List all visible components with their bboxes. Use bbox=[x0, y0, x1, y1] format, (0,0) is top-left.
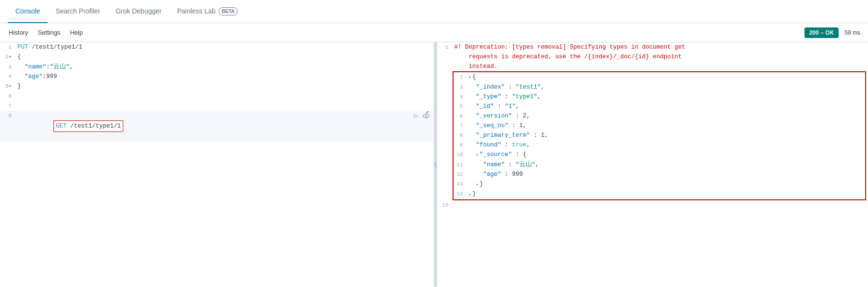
top-navigation: Console Search Profiler Grok Debugger Pa… bbox=[0, 0, 868, 23]
resp-line-num-6: 6 bbox=[453, 111, 467, 121]
editor-line-5: 5▾ } bbox=[0, 81, 434, 91]
response-line-dep-1: 1 #! Deprecation: [types removal] Specif… bbox=[437, 42, 868, 52]
line-content-4: "age":999 bbox=[15, 72, 434, 81]
line-content-1: PUT /test1/type1/1 bbox=[15, 42, 434, 52]
resp-line-num-13: 13 bbox=[453, 179, 467, 189]
resp-line-content-13: ▴} bbox=[467, 179, 866, 189]
tab-grok-debugger[interactable]: Grok Debugger bbox=[108, 0, 169, 23]
resp-line-13: 13 ▴} bbox=[453, 179, 866, 189]
svg-point-0 bbox=[423, 115, 426, 117]
line-num-8: 8 bbox=[0, 111, 15, 120]
resp-line-num-5: 5 bbox=[453, 102, 467, 111]
settings-button[interactable]: Settings bbox=[37, 27, 61, 38]
resp-line-14: 14 ▴} bbox=[453, 189, 866, 199]
line-num-6: 6 bbox=[0, 91, 15, 101]
editor-panel: 1 PUT /test1/type1/1 2▾ { 3 "name":"云山",… bbox=[0, 42, 434, 287]
resp-line-num-11: 11 bbox=[453, 160, 467, 170]
beta-badge: BETA bbox=[219, 7, 238, 15]
line-num-4: 4 bbox=[0, 72, 15, 81]
editor-line-7: 7 bbox=[0, 101, 434, 111]
resize-icon: ‖ bbox=[434, 162, 437, 167]
editor-lines: 1 PUT /test1/type1/1 2▾ { 3 "name":"云山",… bbox=[0, 42, 434, 287]
line-num-3: 3 bbox=[0, 62, 15, 72]
resp-line-num-9: 9 bbox=[453, 140, 467, 150]
editor-line-2: 2▾ { bbox=[0, 52, 434, 62]
resp-line-7: 7 "_seq_no" : 1, bbox=[453, 121, 866, 130]
resp-line-num-4: 4 bbox=[453, 92, 467, 102]
resp-line-2: 2 ▾{ bbox=[453, 72, 866, 82]
line-content-5: } bbox=[15, 81, 434, 91]
resp-line-6: 6 "_version" : 2, bbox=[453, 111, 866, 121]
resp-line-num-12: 12 bbox=[453, 170, 467, 179]
resp-line-10: 10 ▾"_source" : { bbox=[453, 150, 866, 160]
toolbar-right: 200 – OK 59 ms bbox=[804, 27, 860, 38]
resp-line-content-5: "_id" : "1", bbox=[467, 102, 866, 111]
response-line-dep-2: requests is deprecated, use the /{index}… bbox=[437, 52, 868, 62]
resp-line-num-15: 15 bbox=[437, 200, 453, 210]
resp-line-4: 4 "_type" : "type1", bbox=[453, 92, 866, 102]
resp-line-content-9: "found" : true, bbox=[467, 140, 866, 150]
main-content: 1 PUT /test1/type1/1 2▾ { 3 "name":"云山",… bbox=[0, 42, 868, 287]
history-button[interactable]: History bbox=[8, 27, 29, 38]
resp-line-num-14: 14 bbox=[453, 189, 467, 199]
tab-console[interactable]: Console bbox=[8, 0, 48, 23]
resp-line-content-8: "_primary_term" : 1, bbox=[467, 130, 866, 140]
response-lines: 1 #! Deprecation: [types removal] Specif… bbox=[437, 42, 868, 287]
active-request-box: GET /test1/type1/1 bbox=[53, 120, 123, 132]
resp-line-num-7: 7 bbox=[453, 121, 467, 130]
line-num-1: 1 bbox=[0, 42, 15, 52]
line-num-7: 7 bbox=[0, 101, 15, 111]
tab-painless-lab[interactable]: Painless Lab BETA bbox=[169, 0, 246, 23]
resp-line-num-8: 8 bbox=[453, 130, 467, 140]
tools-icon[interactable] bbox=[422, 111, 430, 120]
toolbar: History Settings Help 200 – OK 59 ms bbox=[0, 23, 868, 42]
resp-line-5: 5 "_id" : "1", bbox=[453, 102, 866, 111]
resp-line-num-1: 1 bbox=[437, 42, 453, 52]
resp-line-num-3: 3 bbox=[453, 82, 467, 92]
editor-line-8: 8 GET /test1/type1/1 ▷ bbox=[0, 111, 434, 142]
response-panel: 1 #! Deprecation: [types removal] Specif… bbox=[437, 42, 868, 287]
line-content-8: GET /test1/type1/1 bbox=[15, 111, 414, 142]
resp-line-11: 11 "name" : "云山", bbox=[453, 160, 866, 170]
response-line-dep-3: instead. bbox=[437, 62, 868, 71]
editor-line-3: 3 "name":"云山", bbox=[0, 62, 434, 72]
response-json-box: 2 ▾{ 3 "_index" : "test1", 4 "_type" : "… bbox=[453, 71, 867, 200]
run-icon[interactable]: ▷ bbox=[414, 112, 418, 120]
editor-line-6: 6 bbox=[0, 91, 434, 101]
line-content-2: { bbox=[15, 52, 434, 62]
resp-line-content-dep2: requests is deprecated, use the /{index}… bbox=[453, 52, 868, 62]
resp-line-content-6: "_version" : 2, bbox=[467, 111, 866, 121]
line-num-2: 2▾ bbox=[0, 52, 15, 62]
resp-line-9: 9 "found" : true, bbox=[453, 140, 866, 150]
resp-line-content-dep3: instead. bbox=[453, 62, 868, 71]
resp-line-15: 15 bbox=[437, 200, 868, 210]
tab-search-profiler[interactable]: Search Profiler bbox=[48, 0, 108, 23]
resp-line-content-14: ▴} bbox=[467, 189, 866, 199]
resp-line-num-2: 2 bbox=[453, 72, 467, 82]
line-content-3: "name":"云山", bbox=[15, 62, 434, 72]
status-badge: 200 – OK bbox=[804, 27, 839, 38]
line-num-5: 5▾ bbox=[0, 81, 15, 91]
resp-line-8: 8 "_primary_term" : 1, bbox=[453, 130, 866, 140]
resp-line-content-12: "age" : 999 bbox=[467, 170, 866, 179]
resp-line-12: 12 "age" : 999 bbox=[453, 170, 866, 179]
resp-line-content-dep1: #! Deprecation: [types removal] Specifyi… bbox=[453, 42, 868, 52]
resp-line-content-3: "_index" : "test1", bbox=[467, 82, 866, 92]
resp-line-content-11: "name" : "云山", bbox=[467, 160, 866, 170]
resp-line-content-2: ▾{ bbox=[467, 72, 866, 82]
resp-line-content-4: "_type" : "type1", bbox=[467, 92, 866, 102]
resp-line-content-10: ▾"_source" : { bbox=[467, 150, 866, 160]
help-button[interactable]: Help bbox=[69, 27, 84, 38]
line-actions: ▷ bbox=[414, 111, 433, 120]
resp-line-3: 3 "_index" : "test1", bbox=[453, 82, 866, 92]
editor-line-1: 1 PUT /test1/type1/1 bbox=[0, 42, 434, 52]
resp-line-num-10: 10 bbox=[453, 150, 467, 159]
editor-line-4: 4 "age":999 bbox=[0, 72, 434, 81]
response-time: 59 ms bbox=[844, 29, 860, 36]
resp-line-content-7: "_seq_no" : 1, bbox=[467, 121, 866, 130]
